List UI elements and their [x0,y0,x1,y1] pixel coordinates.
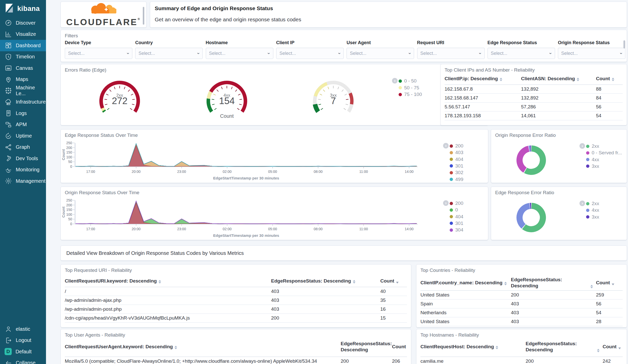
column-header-edgeresponsestatus-descending[interactable]: EdgeResponseStatus: Descending [341,341,392,354]
legend-item-301[interactable]: 301 [450,221,463,226]
column-header-edgeresponsestatus-descending[interactable]: EdgeResponseStatus: Descending [526,341,603,354]
sort-icon[interactable] [577,78,579,81]
sidebar-item-discover[interactable]: Discover [0,17,46,29]
legend-item-302[interactable]: 302 [450,170,463,175]
panel-scrollbar[interactable] [143,7,144,25]
filter-select-country[interactable]: Select...› [135,48,203,59]
legend-item-404[interactable]: 404 [450,214,463,220]
sidebar-item-timelion[interactable]: Timelion [0,51,46,63]
column-header-count[interactable]: Count [380,278,407,286]
sidebar-item-dashboard[interactable]: Dashboard [0,40,46,51]
legend-item-50-75[interactable]: 50 - 75 [399,85,419,91]
column-header-clientip-ip-descending[interactable]: ClientIP.ip: Descending [445,76,521,83]
sidebar-item-machine-le[interactable]: Machine Le... [0,85,46,96]
sidebar-item-graph[interactable]: Graph [0,142,46,153]
legend-item-403[interactable]: 403 [450,150,463,155]
filter-select-request-uri[interactable]: Select...› [417,48,485,59]
table-row[interactable]: Mozilla/5.0 (compatible; CloudFlare-Alwa… [65,357,407,364]
sidebar-item-collapse[interactable]: Collapse [0,357,46,364]
legend-expand-icon[interactable]: › [579,201,585,206]
sort-icon[interactable] [353,280,355,284]
sidebar-item-management[interactable]: Management [0,175,46,187]
legend-expand-icon[interactable]: › [392,78,398,84]
legend-item-3xx[interactable]: 3xx [586,214,599,220]
legend-item-0[interactable]: 0 [450,207,458,213]
sidebar-item-dev-tools[interactable]: Dev Tools [0,153,46,164]
legend-expand-icon[interactable]: › [443,200,449,206]
legend-item-200[interactable]: 200 [450,201,463,206]
sort-icon[interactable] [597,349,600,352]
sort-icon[interactable] [396,282,399,284]
table-row[interactable]: Netherlands40354 [420,308,623,317]
table-row[interactable]: United States200259 [420,291,623,300]
sidebar-item-logout[interactable]: Logout [0,335,46,346]
legend-item-0-served-fr[interactable]: 0 - Served fr... [586,150,622,156]
table-row[interactable]: camilia.me200242 [420,357,623,364]
filter-select-device-type[interactable]: Select...› [65,48,132,59]
sort-icon[interactable] [504,282,507,285]
legend-item-499[interactable]: 499 [450,177,463,182]
table-row[interactable]: /40340 [65,287,407,296]
legend-item-3xx[interactable]: 3xx [586,163,599,169]
filter-select-hostname[interactable]: Select...› [206,48,273,59]
kibana-home-link[interactable]: kibana [0,0,46,17]
table-row[interactable]: 162.158.67.8132,89288 [445,85,623,94]
column-header-clientrequesthost-descending[interactable]: ClientRequestHost: Descending [420,344,526,351]
sort-icon[interactable] [159,280,161,284]
column-header-edgeresponsestatus-descending[interactable]: EdgeResponseStatus: Descending [271,278,380,286]
legend-item-4xx[interactable]: 4xx [586,207,599,213]
sidebar-item-default[interactable]: DDefault [0,346,46,357]
sidebar-item-visualize[interactable]: Visualize [0,29,46,40]
filter-select-user-agent[interactable]: Select...› [347,48,414,59]
sort-icon[interactable] [175,346,177,349]
sidebar-item-uptime[interactable]: Uptime [0,130,46,142]
column-header-clientip-country-name-descending[interactable]: ClientIP.country_name: Descending [420,280,511,287]
sort-icon[interactable] [590,285,593,288]
table-row[interactable]: 162.158.68.147132,89284 [445,94,623,103]
legend-expand-icon[interactable]: › [443,143,449,148]
sort-icon[interactable] [612,284,614,285]
legend-item-2xx[interactable]: 2xx [586,143,599,149]
sidebar-item-logs[interactable]: Logs [0,108,46,119]
column-header-edgeresponsestatus-descending[interactable]: EdgeResponseStatus: Descending [511,277,596,290]
gauge-chart[interactable]: 2xx2724xx1543xx7 [61,64,488,125]
column-header-clientrequestuseragent-keyword-descending[interactable]: ClientRequestUserAgent.keyword: Descendi… [65,344,341,351]
legend-expand-icon[interactable]: › [579,143,585,149]
sidebar-item-canvas[interactable]: Canvas [0,62,46,74]
legend-item-4xx[interactable]: 4xx [586,157,599,162]
column-header-count[interactable]: Count [596,280,623,287]
sidebar-item-apm[interactable]: APM [0,119,46,130]
table-row[interactable]: Spain40356 [420,300,623,308]
legend-item-404[interactable]: 404 [450,157,463,162]
table-row[interactable]: /cdn-cgi/apps/head/xVgyKhR-vV3dAUGhMqfBc… [65,314,407,323]
table-row[interactable]: 5.56.57.14757,28656 [445,103,623,111]
sidebar-item-monitoring[interactable]: Monitoring [0,164,46,176]
table-row[interactable]: /wp-admin/admin-post.php40316 [65,305,407,314]
sidebar-item-infrastructure[interactable]: Infrastructure [0,96,46,108]
panel-scrollbar[interactable] [623,40,625,48]
table-row[interactable]: 178.128.193.15814,06154 [445,111,623,120]
legend-item-304[interactable]: 304 [450,227,463,233]
column-header-count[interactable]: Count [392,344,407,351]
sort-icon[interactable] [496,346,498,349]
legend-item-2xx[interactable]: 2xx [586,201,599,206]
column-header-count[interactable]: Count [596,76,623,83]
legend-item-200[interactable]: 200 [450,143,463,149]
column-header-count[interactable]: Count [603,344,623,351]
legend-item-75-100[interactable]: 75 - 100 [399,92,422,97]
sidebar-item-maps[interactable]: Maps [0,74,46,85]
column-header-clientrequesturi-keyword-descending[interactable]: ClientRequestURI.keyword: Descending [65,278,271,286]
table-row[interactable]: /wp-admin/admin-ajax.php40335 [65,296,407,305]
sort-icon[interactable] [612,78,614,81]
filter-select-edge-response-status[interactable]: Select...› [488,48,555,59]
sidebar-item-elastic[interactable]: elastic [0,323,46,335]
legend-item-301[interactable]: 301 [450,163,463,169]
filter-select-origin-response-status[interactable]: Select...› [558,48,625,59]
sort-icon[interactable] [618,348,621,349]
filter-select-client-ip[interactable]: Select...› [276,48,344,59]
column-header-clientasn-descending[interactable]: ClientASN: Descending [521,76,596,83]
legend-color-dot [450,202,453,205]
sort-icon[interactable] [500,78,502,81]
table-row[interactable]: United States40328 [420,317,623,326]
legend-item-0-50[interactable]: 0 - 50 [399,78,417,84]
